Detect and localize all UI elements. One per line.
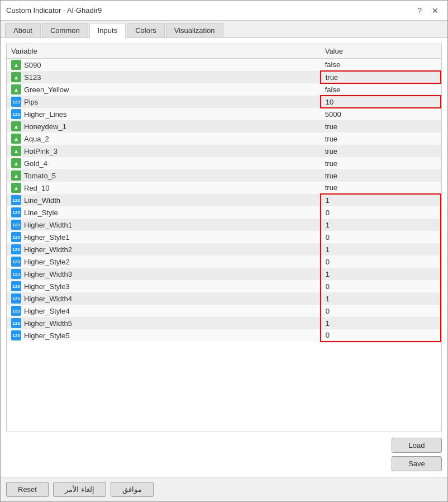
help-button[interactable]: ?	[414, 5, 425, 16]
bool-icon: ▲	[11, 134, 21, 144]
num-icon: 123	[11, 330, 21, 340]
table-row: 123 Pips 10	[7, 96, 441, 108]
variable-name: Higher_Style1	[24, 233, 70, 241]
value-cell[interactable]: 0	[321, 329, 441, 342]
num-icon: 123	[11, 281, 21, 291]
bool-icon: ▲	[11, 72, 21, 82]
table-row: 123 Higher_Style1 0	[7, 231, 441, 243]
table-row: 123 Higher_Width4 1	[7, 292, 441, 305]
value-cell[interactable]: 1	[321, 292, 441, 305]
value-cell[interactable]: true	[321, 145, 441, 157]
table-row: ▲ Green_Yellow false	[7, 83, 441, 96]
main-content: Variable Value ▲ S090 false ▲ S123	[1, 38, 447, 477]
variable-cell: 123 Higher_Style2	[7, 255, 321, 268]
bool-icon: ▲	[11, 183, 21, 193]
cancel-button[interactable]: إلغاء الأمر	[53, 482, 106, 497]
variable-cell: 123 Higher_Style1	[7, 231, 321, 243]
variable-cell: ▲ Gold_4	[7, 157, 321, 169]
table-row: 123 Line_Style 0	[7, 206, 441, 219]
variable-cell: 123 Higher_Lines	[7, 108, 321, 120]
variable-cell: 123 Pips	[7, 96, 321, 108]
value-cell[interactable]: 0	[321, 206, 441, 219]
value-cell[interactable]: 0	[321, 255, 441, 268]
value-cell[interactable]: 0	[321, 231, 441, 243]
load-button[interactable]: Load	[392, 438, 442, 453]
variable-cell: ▲ S090	[7, 59, 321, 72]
value-cell[interactable]: 1	[321, 243, 441, 255]
variable-cell: 123 Higher_Width5	[7, 317, 321, 329]
value-cell[interactable]: 0	[321, 280, 441, 292]
variable-name: Green_Yellow	[24, 86, 69, 94]
table-row: ▲ S123 true	[7, 71, 441, 83]
tab-common[interactable]: Common	[42, 23, 88, 37]
value-cell[interactable]: 0	[321, 305, 441, 317]
variable-cell: 123 Line_Style	[7, 206, 321, 219]
variable-cell: 123 Line_Width	[7, 194, 321, 206]
table-row: 123 Higher_Width1 1	[7, 219, 441, 231]
tab-visualization[interactable]: Visualization	[166, 23, 223, 37]
variable-name: S123	[24, 73, 41, 82]
variable-table-container[interactable]: Variable Value ▲ S090 false ▲ S123	[6, 44, 442, 432]
table-row: ▲ Red_10 true	[7, 182, 441, 194]
variable-cell: 123 Higher_Width2	[7, 243, 321, 255]
value-cell[interactable]: 5000	[321, 108, 441, 120]
value-cell[interactable]: 1	[321, 268, 441, 280]
col-variable: Variable	[7, 44, 321, 59]
bool-icon: ▲	[11, 60, 21, 70]
variable-cell: ▲ HotPink_3	[7, 145, 321, 157]
variable-name: Higher_Width2	[24, 245, 72, 254]
tab-inputs[interactable]: Inputs	[89, 23, 126, 38]
variable-name: Tomato_5	[24, 172, 56, 180]
num-icon: 123	[11, 306, 21, 316]
variable-name: Higher_Width4	[24, 295, 72, 303]
title-bar-controls: ? ✕	[414, 5, 442, 16]
table-row: 123 Higher_Width2 1	[7, 243, 441, 255]
num-icon: 123	[11, 195, 21, 205]
variable-name: Line_Style	[24, 209, 58, 217]
num-icon: 123	[11, 244, 21, 254]
tab-about[interactable]: About	[5, 23, 41, 37]
variable-name: Honeydew_1	[24, 122, 66, 131]
variable-cell: ▲ Aqua_2	[7, 132, 321, 145]
variable-name: Higher_Width3	[24, 270, 72, 278]
value-cell[interactable]: true	[321, 157, 441, 169]
value-cell[interactable]: 1	[321, 194, 441, 206]
variable-name: Aqua_2	[24, 135, 49, 143]
variable-cell: 123 Higher_Width4	[7, 292, 321, 305]
variable-table: Variable Value ▲ S090 false ▲ S123	[7, 44, 441, 342]
value-cell[interactable]: 1	[321, 219, 441, 231]
value-cell[interactable]: 10	[321, 96, 441, 108]
title-bar: Custom Indicator - Al-Ghadir9 ? ✕	[1, 1, 447, 21]
table-row: 123 Higher_Lines 5000	[7, 108, 441, 120]
value-cell[interactable]: false	[321, 83, 441, 96]
variable-name: Pips	[24, 98, 38, 106]
num-icon: 123	[11, 257, 21, 267]
table-row: ▲ Honeydew_1 true	[7, 120, 441, 132]
value-cell[interactable]: true	[321, 120, 441, 132]
variable-cell: 123 Higher_Style5	[7, 329, 321, 342]
num-icon: 123	[11, 220, 21, 230]
reset-button[interactable]: Reset	[6, 482, 49, 497]
main-window: Custom Indicator - Al-Ghadir9 ? ✕ About …	[0, 0, 448, 502]
variable-name: Higher_Width1	[24, 221, 72, 229]
num-icon: 123	[11, 293, 21, 304]
value-cell[interactable]: 1	[321, 317, 441, 329]
variable-cell: 123 Higher_Style4	[7, 305, 321, 317]
variable-cell: 123 Higher_Width1	[7, 219, 321, 231]
variable-cell: ▲ Tomato_5	[7, 169, 321, 182]
variable-name: HotPink_3	[24, 147, 58, 155]
value-cell[interactable]: false	[321, 59, 441, 72]
close-button[interactable]: ✕	[428, 5, 442, 16]
tab-colors[interactable]: Colors	[127, 23, 165, 37]
bool-icon: ▲	[11, 158, 21, 168]
value-cell[interactable]: true	[321, 71, 441, 83]
ok-button[interactable]: موافق	[111, 482, 154, 497]
value-cell[interactable]: true	[321, 182, 441, 194]
table-row: ▲ Gold_4 true	[7, 157, 441, 169]
save-button[interactable]: Save	[392, 456, 442, 471]
table-row: ▲ S090 false	[7, 59, 441, 72]
table-row: 123 Higher_Width3 1	[7, 268, 441, 280]
variable-name: Red_10	[24, 184, 50, 192]
value-cell[interactable]: true	[321, 169, 441, 182]
value-cell[interactable]: true	[321, 132, 441, 145]
